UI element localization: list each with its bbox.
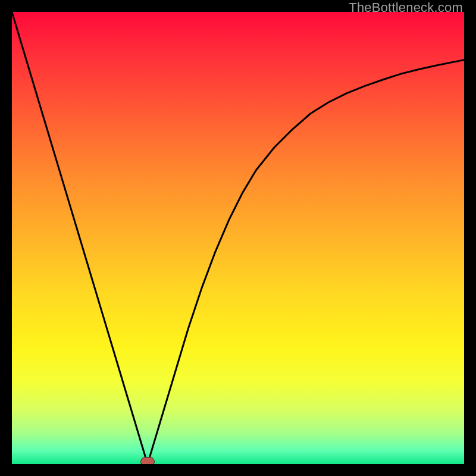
curve-line [12,12,464,464]
chart-frame: TheBottleneck.com [0,0,476,476]
bottleneck-curve [12,12,464,464]
watermark-label: TheBottleneck.com [349,0,463,15]
minimum-marker [140,457,155,464]
plot-area [12,12,464,464]
